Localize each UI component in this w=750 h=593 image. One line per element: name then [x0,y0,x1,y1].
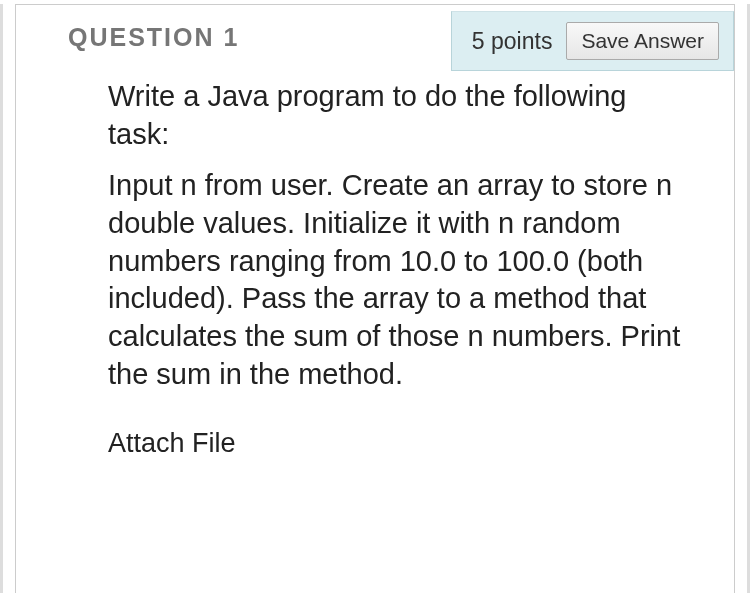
attach-file-label[interactable]: Attach File [16,408,734,459]
question-container: QUESTION 1 5 points Save Answer Write a … [15,4,735,593]
question-header: QUESTION 1 5 points Save Answer [16,5,734,52]
question-number: QUESTION 1 [16,23,239,52]
page-outer: QUESTION 1 5 points Save Answer Write a … [0,4,750,593]
points-panel: 5 points Save Answer [451,11,734,71]
points-label: 5 points [472,28,553,55]
question-intro: Write a Java program to do the following… [108,78,694,153]
save-answer-button[interactable]: Save Answer [566,22,719,60]
question-body: Write a Java program to do the following… [16,52,734,394]
question-task: Input n from user. Create an array to st… [108,167,694,393]
